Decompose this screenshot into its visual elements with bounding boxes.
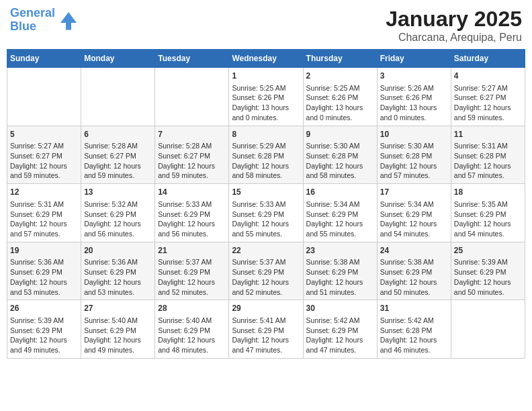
- calendar-cell: 22Sunrise: 5:37 AM Sunset: 6:29 PM Dayli…: [229, 242, 303, 300]
- day-info: Sunrise: 5:38 AM Sunset: 6:29 PM Dayligh…: [306, 257, 374, 297]
- day-info: Sunrise: 5:25 AM Sunset: 6:26 PM Dayligh…: [232, 83, 300, 123]
- day-info: Sunrise: 5:30 AM Sunset: 6:28 PM Dayligh…: [380, 141, 448, 181]
- calendar-cell: 10Sunrise: 5:30 AM Sunset: 6:28 PM Dayli…: [377, 126, 451, 184]
- day-info: Sunrise: 5:40 AM Sunset: 6:29 PM Dayligh…: [84, 316, 152, 355]
- day-number: 12: [10, 187, 78, 198]
- day-header-saturday: Saturday: [451, 50, 525, 68]
- week-row-4: 19Sunrise: 5:36 AM Sunset: 6:29 PM Dayli…: [7, 242, 525, 300]
- day-info: Sunrise: 5:40 AM Sunset: 6:29 PM Dayligh…: [158, 316, 226, 355]
- day-info: Sunrise: 5:34 AM Sunset: 6:29 PM Dayligh…: [380, 199, 448, 239]
- calendar-cell: [81, 68, 155, 126]
- day-number: 4: [454, 71, 522, 82]
- calendar-cell: 11Sunrise: 5:31 AM Sunset: 6:28 PM Dayli…: [451, 126, 525, 184]
- day-info: Sunrise: 5:35 AM Sunset: 6:29 PM Dayligh…: [454, 199, 522, 239]
- day-number: 8: [232, 129, 300, 140]
- day-number: 29: [232, 303, 300, 314]
- day-header-thursday: Thursday: [303, 50, 377, 68]
- day-number: 28: [158, 303, 226, 314]
- calendar-cell: 20Sunrise: 5:36 AM Sunset: 6:29 PM Dayli…: [81, 242, 155, 300]
- day-number: 18: [454, 187, 522, 198]
- day-info: Sunrise: 5:37 AM Sunset: 6:29 PM Dayligh…: [232, 257, 300, 297]
- calendar-cell: 25Sunrise: 5:39 AM Sunset: 6:29 PM Dayli…: [451, 242, 525, 300]
- calendar-cell: [7, 68, 81, 126]
- day-info: Sunrise: 5:41 AM Sunset: 6:29 PM Dayligh…: [232, 316, 300, 355]
- day-number: 2: [306, 71, 374, 82]
- day-header-sunday: Sunday: [7, 50, 81, 68]
- day-info: Sunrise: 5:42 AM Sunset: 6:29 PM Dayligh…: [306, 316, 374, 355]
- day-header-wednesday: Wednesday: [229, 50, 303, 68]
- calendar-cell: 13Sunrise: 5:32 AM Sunset: 6:29 PM Dayli…: [81, 184, 155, 242]
- day-info: Sunrise: 5:38 AM Sunset: 6:29 PM Dayligh…: [380, 257, 448, 297]
- day-header-tuesday: Tuesday: [155, 50, 229, 68]
- calendar-cell: 4Sunrise: 5:27 AM Sunset: 6:27 PM Daylig…: [451, 68, 525, 126]
- week-row-5: 26Sunrise: 5:39 AM Sunset: 6:29 PM Dayli…: [7, 300, 525, 359]
- day-number: 7: [158, 129, 226, 140]
- week-row-1: 1Sunrise: 5:25 AM Sunset: 6:26 PM Daylig…: [7, 68, 525, 126]
- day-info: Sunrise: 5:30 AM Sunset: 6:28 PM Dayligh…: [306, 141, 374, 181]
- day-number: 14: [158, 187, 226, 198]
- calendar-cell: 28Sunrise: 5:40 AM Sunset: 6:29 PM Dayli…: [155, 300, 229, 359]
- page-header: General Blue January 2025 Charcana, Areq…: [7, 7, 525, 44]
- calendar-cell: 9Sunrise: 5:30 AM Sunset: 6:28 PM Daylig…: [303, 126, 377, 184]
- day-info: Sunrise: 5:39 AM Sunset: 6:29 PM Dayligh…: [454, 257, 522, 297]
- day-number: 27: [84, 303, 152, 314]
- calendar-cell: 15Sunrise: 5:33 AM Sunset: 6:29 PM Dayli…: [229, 184, 303, 242]
- day-info: Sunrise: 5:39 AM Sunset: 6:29 PM Dayligh…: [10, 316, 78, 355]
- day-info: Sunrise: 5:25 AM Sunset: 6:26 PM Dayligh…: [306, 83, 374, 123]
- calendar-cell: 23Sunrise: 5:38 AM Sunset: 6:29 PM Dayli…: [303, 242, 377, 300]
- day-number: 13: [84, 187, 152, 198]
- day-info: Sunrise: 5:26 AM Sunset: 6:26 PM Dayligh…: [380, 83, 448, 123]
- calendar-cell: 17Sunrise: 5:34 AM Sunset: 6:29 PM Dayli…: [377, 184, 451, 242]
- day-number: 20: [84, 245, 152, 257]
- logo-text: General Blue: [10, 7, 55, 34]
- days-header-row: SundayMondayTuesdayWednesdayThursdayFrid…: [7, 50, 525, 68]
- day-number: 19: [10, 245, 78, 257]
- day-info: Sunrise: 5:27 AM Sunset: 6:27 PM Dayligh…: [454, 83, 522, 123]
- day-number: 6: [84, 129, 152, 140]
- calendar-cell: 16Sunrise: 5:34 AM Sunset: 6:29 PM Dayli…: [303, 184, 377, 242]
- calendar-table: SundayMondayTuesdayWednesdayThursdayFrid…: [7, 49, 525, 359]
- day-info: Sunrise: 5:36 AM Sunset: 6:29 PM Dayligh…: [84, 257, 152, 297]
- day-info: Sunrise: 5:32 AM Sunset: 6:29 PM Dayligh…: [84, 199, 152, 239]
- day-info: Sunrise: 5:33 AM Sunset: 6:29 PM Dayligh…: [158, 199, 226, 239]
- day-number: 31: [380, 303, 448, 314]
- day-info: Sunrise: 5:36 AM Sunset: 6:29 PM Dayligh…: [10, 257, 78, 297]
- day-info: Sunrise: 5:37 AM Sunset: 6:29 PM Dayligh…: [158, 257, 226, 297]
- day-info: Sunrise: 5:34 AM Sunset: 6:29 PM Dayligh…: [306, 199, 374, 239]
- logo-icon: [58, 9, 79, 31]
- calendar-cell: 5Sunrise: 5:27 AM Sunset: 6:27 PM Daylig…: [7, 126, 81, 184]
- calendar-subtitle: Charcana, Arequipa, Peru: [386, 32, 522, 44]
- day-info: Sunrise: 5:31 AM Sunset: 6:29 PM Dayligh…: [10, 199, 78, 239]
- calendar-cell: 31Sunrise: 5:42 AM Sunset: 6:28 PM Dayli…: [377, 300, 451, 359]
- day-number: 17: [380, 187, 448, 198]
- day-info: Sunrise: 5:28 AM Sunset: 6:27 PM Dayligh…: [84, 141, 152, 181]
- calendar-cell: 21Sunrise: 5:37 AM Sunset: 6:29 PM Dayli…: [155, 242, 229, 300]
- calendar-cell: 14Sunrise: 5:33 AM Sunset: 6:29 PM Dayli…: [155, 184, 229, 242]
- day-info: Sunrise: 5:33 AM Sunset: 6:29 PM Dayligh…: [232, 199, 300, 239]
- day-number: 3: [380, 71, 448, 82]
- day-number: 10: [380, 129, 448, 140]
- week-row-2: 5Sunrise: 5:27 AM Sunset: 6:27 PM Daylig…: [7, 126, 525, 184]
- calendar-cell: 26Sunrise: 5:39 AM Sunset: 6:29 PM Dayli…: [7, 300, 81, 359]
- day-number: 22: [232, 245, 300, 257]
- day-number: 25: [454, 245, 522, 257]
- day-header-friday: Friday: [377, 50, 451, 68]
- calendar-cell: 27Sunrise: 5:40 AM Sunset: 6:29 PM Dayli…: [81, 300, 155, 359]
- calendar-header: SundayMondayTuesdayWednesdayThursdayFrid…: [7, 50, 525, 68]
- day-number: 1: [232, 71, 300, 82]
- day-info: Sunrise: 5:31 AM Sunset: 6:28 PM Dayligh…: [454, 141, 522, 181]
- day-number: 16: [306, 187, 374, 198]
- day-number: 26: [10, 303, 78, 314]
- calendar-cell: 18Sunrise: 5:35 AM Sunset: 6:29 PM Dayli…: [451, 184, 525, 242]
- calendar-cell: 6Sunrise: 5:28 AM Sunset: 6:27 PM Daylig…: [81, 126, 155, 184]
- day-number: 9: [306, 129, 374, 140]
- logo: General Blue: [10, 7, 79, 34]
- week-row-3: 12Sunrise: 5:31 AM Sunset: 6:29 PM Dayli…: [7, 184, 525, 242]
- day-number: 30: [306, 303, 374, 314]
- day-info: Sunrise: 5:42 AM Sunset: 6:28 PM Dayligh…: [380, 316, 448, 355]
- calendar-cell: 8Sunrise: 5:29 AM Sunset: 6:28 PM Daylig…: [229, 126, 303, 184]
- calendar-cell: 1Sunrise: 5:25 AM Sunset: 6:26 PM Daylig…: [229, 68, 303, 126]
- day-info: Sunrise: 5:27 AM Sunset: 6:27 PM Dayligh…: [10, 141, 78, 181]
- calendar-cell: 3Sunrise: 5:26 AM Sunset: 6:26 PM Daylig…: [377, 68, 451, 126]
- calendar-cell: 30Sunrise: 5:42 AM Sunset: 6:29 PM Dayli…: [303, 300, 377, 359]
